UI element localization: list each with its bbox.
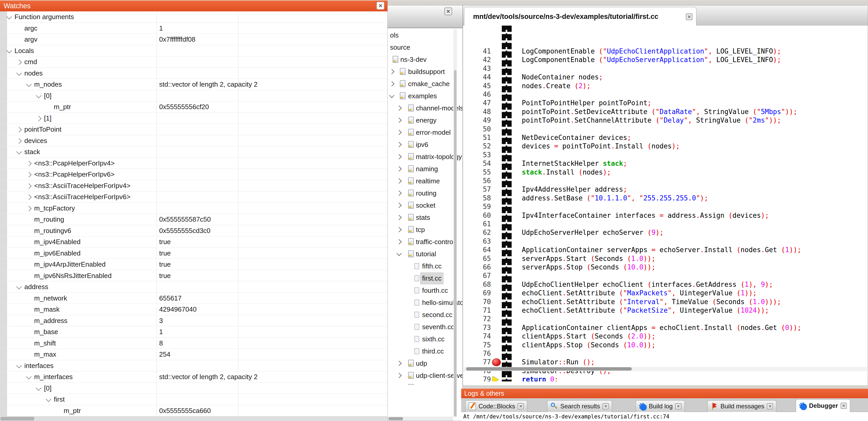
code-line[interactable]: address.SetBase ("10.1.1.0", "255.255.25… (514, 194, 708, 202)
code-line[interactable]: ApplicationContainer serverApps = echoSe… (514, 246, 801, 254)
watch-row[interactable]: [0] (0, 383, 388, 394)
tree-item-sixth-cc[interactable]: sixth.cc (388, 333, 462, 345)
close-icon[interactable]: × (841, 402, 847, 409)
code-line[interactable]: Ipv4InterfaceContainer interfaces = addr… (514, 211, 769, 220)
watch-row[interactable]: m_address3 (0, 315, 388, 327)
code-line[interactable]: UdpEchoClientHelper echoClient (interfac… (514, 280, 773, 289)
tree-item-ns-3-dev[interactable]: ns-3-dev (388, 54, 462, 66)
chevron-down-icon[interactable] (16, 70, 22, 75)
scrollbar-thumb[interactable] (454, 70, 457, 417)
chevron-right-icon[interactable] (397, 179, 402, 184)
watch-row[interactable]: address (0, 281, 388, 293)
watch-row[interactable]: stack (0, 147, 388, 158)
code-line[interactable]: echoClient.SetAttribute ("PacketSize", U… (514, 306, 769, 315)
close-icon[interactable]: × (376, 2, 384, 9)
watch-row[interactable]: argv0x7fffffffdf08 (0, 34, 388, 45)
chevron-right-icon[interactable] (397, 118, 402, 123)
chevron-right-icon[interactable] (397, 154, 402, 159)
watch-row[interactable]: [1] (0, 113, 388, 124)
code-line[interactable]: LogComponentEnable ("UdpEchoServerApplic… (514, 56, 781, 64)
watch-row[interactable]: m_ptr0x55555556cf20 (0, 101, 388, 113)
chevron-right-icon[interactable] (397, 203, 402, 208)
tree-item-tcp[interactable]: tcp (388, 224, 462, 236)
chevron-right-icon[interactable] (389, 69, 394, 74)
chevron-right-icon[interactable] (16, 60, 22, 65)
tree-item-tutorial[interactable]: tutorial (388, 248, 462, 260)
watch-row[interactable]: argc1 (0, 23, 388, 34)
code-line[interactable]: pointToPoint.SetDeviceAttribute ("DataRa… (514, 107, 797, 116)
tree-item-naming[interactable]: naming (388, 163, 462, 175)
chevron-down-icon[interactable] (16, 362, 22, 368)
code-line[interactable]: clientApps.Stop (Seconds (10.0)); (514, 341, 655, 349)
tree-item-error-model[interactable]: error-model (388, 126, 462, 139)
watch-row[interactable]: Locals (0, 45, 388, 57)
tree-item-energy[interactable]: energy (388, 114, 462, 126)
tree-item-udp-client-server[interactable]: udp-client-server (388, 369, 462, 382)
chevron-right-icon[interactable] (26, 194, 32, 200)
chevron-down-icon[interactable] (46, 396, 51, 402)
watch-row[interactable]: interfaces (0, 360, 388, 371)
code-line[interactable]: serverApps.Start (Seconds (1.0)); (514, 255, 655, 263)
chevron-right-icon[interactable] (397, 105, 402, 111)
watches-title-bar[interactable]: Watches (0, 1, 388, 11)
code-line[interactable]: stack.Install (nodes); (514, 168, 611, 176)
chevron-right-icon[interactable] (397, 373, 402, 378)
code-line[interactable]: clientApps.Start (Seconds (2.0)); (514, 332, 655, 341)
watch-row[interactable]: devices (0, 135, 388, 147)
tree-item-ipv6[interactable]: ipv6 (388, 139, 462, 151)
chevron-down-icon[interactable] (26, 374, 32, 379)
tree-item-stats[interactable]: stats (388, 212, 462, 224)
code-line[interactable]: Simulator::Run (); (514, 358, 595, 366)
watch-row[interactable]: m_ipv6NsRsJitterEnabledtrue (0, 270, 388, 282)
tree-item-wireless[interactable]: wireless (388, 382, 462, 385)
scrollbar-thumb[interactable] (1, 417, 34, 420)
tree-item-hello-simulator-cc[interactable]: hello-simulator.cc (388, 297, 462, 309)
tree-item-fifth-cc[interactable]: fifth.cc (388, 260, 462, 272)
chevron-down-icon[interactable] (397, 251, 402, 256)
chevron-right-icon[interactable] (26, 205, 32, 211)
code-line[interactable]: echoClient.SetAttribute ("Interval", Tim… (514, 298, 781, 306)
chevron-down-icon[interactable] (36, 385, 41, 390)
tree-item-cmake-cache[interactable]: cmake_cache (388, 78, 462, 90)
code-line[interactable]: PointToPointHelper pointToPoint; (514, 99, 651, 107)
tree-item-socket[interactable]: socket (388, 199, 462, 212)
tree-horizontal-scrollbar[interactable] (388, 417, 453, 421)
chevron-right-icon[interactable] (397, 166, 402, 171)
chevron-down-icon[interactable] (26, 82, 32, 87)
logs-tab-search-results[interactable]: Search results× (547, 400, 612, 412)
tree-item-realtime[interactable]: realtime (388, 175, 462, 187)
logs-title-bar[interactable]: Logs & others (461, 389, 868, 398)
chevron-right-icon[interactable] (389, 81, 394, 86)
code-line[interactable]: NodeContainer nodes; (514, 73, 603, 82)
close-icon[interactable]: × (675, 403, 681, 409)
watch-row[interactable]: m_interfacesstd::vector of length 2, cap… (0, 371, 388, 383)
tree-item-fourth-cc[interactable]: fourth.cc (388, 285, 462, 297)
scrollbar-thumb[interactable] (389, 417, 403, 420)
watch-row[interactable]: m_ipv4Enabledtrue (0, 236, 388, 248)
tree-item-examples[interactable]: examples (388, 90, 462, 102)
watch-row[interactable]: m_ipv4ArpJitterEnabledtrue (0, 259, 388, 270)
code-line[interactable]: pointToPoint.SetChannelAttribute ("Delay… (514, 116, 781, 125)
chevron-right-icon[interactable] (16, 138, 22, 143)
chevron-down-icon[interactable] (6, 14, 12, 20)
code-line[interactable]: return 0; (514, 375, 558, 382)
tree-item-source[interactable]: source (388, 41, 462, 54)
code-line[interactable]: ApplicationContainer clientApps = echoCl… (514, 324, 801, 332)
close-icon[interactable]: × (767, 403, 773, 409)
chevron-down-icon[interactable] (6, 47, 12, 53)
watch-row[interactable]: pointToPoint (0, 124, 388, 135)
code-line[interactable]: nodes.Create (2); (514, 82, 591, 90)
watch-row[interactable]: m_ptr0x5555555ca660 (0, 405, 388, 417)
watch-row[interactable]: [0] (0, 90, 388, 102)
chevron-right-icon[interactable] (397, 361, 402, 366)
tree-item-third-cc[interactable]: third.cc (388, 345, 462, 357)
watch-row[interactable]: <ns3::PcapHelperForIpv6> (0, 169, 388, 180)
tree-item-routing[interactable]: routing (388, 187, 462, 199)
tree-item-second-cc[interactable]: second.cc (388, 309, 462, 321)
tree-item-first-cc[interactable]: first.cc (388, 272, 462, 285)
logs-tab-build-log[interactable]: Build log× (636, 400, 685, 412)
logs-tab-code-blocks[interactable]: Code::Blocks× (465, 400, 527, 412)
editor-tab-first-cc[interactable]: mnt/dev/tools/source/ns-3-dev/examples/t… (464, 7, 696, 26)
watch-row[interactable]: nodes (0, 68, 388, 79)
code-line[interactable]: LogComponentEnable ("UdpEchoClientApplic… (514, 47, 781, 56)
